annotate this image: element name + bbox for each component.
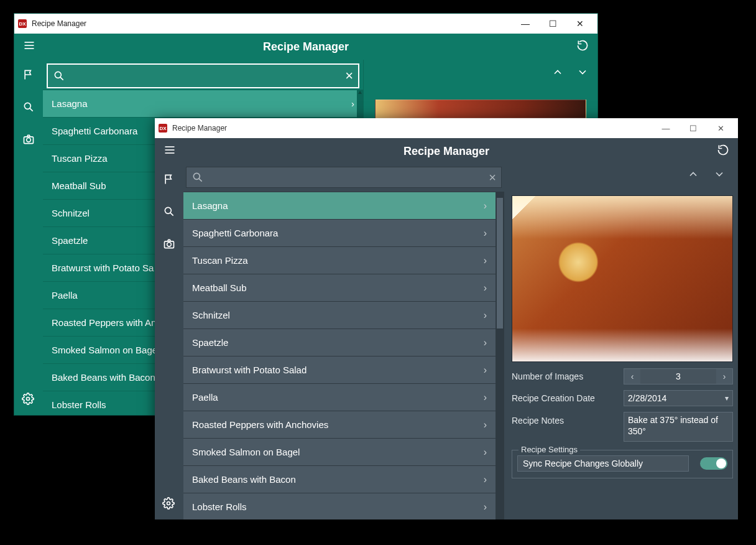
gear-icon[interactable] xyxy=(22,393,34,408)
chevron-right-icon: › xyxy=(351,98,354,109)
clear-icon[interactable]: × xyxy=(489,170,496,185)
close-button[interactable]: ✕ xyxy=(707,124,734,133)
list-item[interactable]: Paella› xyxy=(183,383,496,411)
sync-toggle[interactable] xyxy=(700,457,727,470)
scrollbar-thumb[interactable] xyxy=(497,198,503,328)
spinner-increment[interactable]: › xyxy=(716,369,732,384)
refresh-icon[interactable] xyxy=(576,39,589,54)
chevron-right-icon: › xyxy=(484,200,487,212)
menu-icon[interactable] xyxy=(164,144,176,159)
maximize-button[interactable]: ☐ xyxy=(680,124,707,133)
search-icon[interactable] xyxy=(22,101,35,116)
chevron-down-icon: ▾ xyxy=(725,394,729,403)
list-item-label: Baked Beans with Bacon xyxy=(192,474,296,485)
window-dark: DX Recipe Manager — ☐ ✕ Recipe Manager × xyxy=(155,118,738,519)
notes-textarea[interactable]: Bake at 375° instead of 350° xyxy=(624,412,733,442)
num-images-value: 3 xyxy=(640,371,716,381)
list-item[interactable]: Bratwurst with Potato Salad› xyxy=(183,356,496,383)
creation-date-picker[interactable]: 2/28/2014 ▾ xyxy=(624,390,733,406)
camera-icon[interactable] xyxy=(163,238,175,253)
app-title: Recipe Manager xyxy=(35,40,576,54)
list-item-label: Lobster Rolls xyxy=(192,501,247,512)
camera-icon[interactable] xyxy=(22,133,35,148)
chevron-up-icon[interactable] xyxy=(551,66,564,81)
recipe-list[interactable]: Lasagna› Spaghetti Carbonara› Tuscan Piz… xyxy=(183,192,504,519)
close-button[interactable]: ✕ xyxy=(566,19,594,29)
list-item[interactable]: Spaetzle› xyxy=(183,328,496,356)
list-item[interactable]: Lasagna› xyxy=(43,90,363,117)
menu-icon[interactable] xyxy=(23,39,35,54)
flag-icon[interactable] xyxy=(163,173,175,188)
search-input[interactable] xyxy=(209,172,489,182)
list-item-label: Smoked Salmon on Bagel xyxy=(192,447,300,457)
app-title: Recipe Manager xyxy=(176,145,717,158)
titlebar: DX Recipe Manager — ☐ ✕ xyxy=(14,14,597,34)
chevron-right-icon: › xyxy=(484,419,487,431)
chevron-right-icon: › xyxy=(484,255,487,266)
flag-icon[interactable] xyxy=(22,68,35,83)
chevron-up-icon[interactable] xyxy=(687,168,699,183)
minimize-button[interactable]: — xyxy=(512,19,539,29)
list-item-label: Baked Beans with Bacon xyxy=(52,372,155,383)
list-item-label: Roasted Peppers with Anchovies xyxy=(192,419,328,430)
search-box[interactable]: × xyxy=(186,167,502,188)
chevron-right-icon: › xyxy=(484,337,487,348)
list-item[interactable]: Meatball Sub› xyxy=(183,274,496,301)
list-item-label: Meatball Sub xyxy=(52,180,106,191)
search-box[interactable]: × xyxy=(47,63,359,88)
sync-label-box: Sync Recipe Changes Globally xyxy=(517,455,689,472)
recipe-form: Number of Images ‹ 3 › Recipe Creation D… xyxy=(512,368,733,478)
scrollbar[interactable] xyxy=(496,192,504,519)
search-input[interactable] xyxy=(70,71,345,82)
list-item[interactable]: Roasted Peppers with Anchovies› xyxy=(183,411,496,438)
list-item-label: Lasagna xyxy=(52,98,88,109)
recipe-image xyxy=(512,195,733,362)
refresh-icon[interactable] xyxy=(717,144,729,159)
nav-arrows xyxy=(687,168,726,183)
app-header: Recipe Manager xyxy=(155,138,738,164)
maximize-button[interactable]: ☐ xyxy=(539,19,566,29)
creation-date-label: Recipe Creation Date xyxy=(512,393,624,403)
chevron-right-icon: › xyxy=(484,310,487,321)
titlebar: DX Recipe Manager — ☐ ✕ xyxy=(155,118,738,138)
list-item-label: Schnitzel xyxy=(52,208,90,218)
chevron-down-icon[interactable] xyxy=(713,168,726,183)
chevron-right-icon: › xyxy=(484,282,487,294)
list-item[interactable]: Lobster Rolls› xyxy=(183,493,496,519)
nav-arrows xyxy=(551,66,589,81)
list-item-label: Spaghetti Carbonara xyxy=(52,126,137,136)
svg-point-9 xyxy=(27,398,30,401)
notes-label: Recipe Notes xyxy=(512,412,624,426)
list-item-label: Lobster Rolls xyxy=(52,399,106,410)
chevron-right-icon: › xyxy=(484,365,487,376)
svg-line-18 xyxy=(199,179,202,182)
list-item[interactable]: Baked Beans with Bacon› xyxy=(183,465,496,493)
creation-date-value: 2/28/2014 xyxy=(628,393,666,403)
app-icon: DX xyxy=(159,124,167,133)
chevron-down-icon[interactable] xyxy=(576,66,589,81)
svg-point-17 xyxy=(193,173,200,179)
list-item-label: Schnitzel xyxy=(192,310,230,320)
list-item-label: Meatball Sub xyxy=(192,282,247,293)
svg-point-19 xyxy=(167,502,170,505)
clear-icon[interactable]: × xyxy=(345,68,353,84)
list-item[interactable]: Tuscan Pizza› xyxy=(183,246,496,274)
settings-legend: Recipe Settings xyxy=(519,445,580,454)
spinner-decrement[interactable]: ‹ xyxy=(624,369,640,384)
svg-line-8 xyxy=(60,77,63,80)
search-icon[interactable] xyxy=(163,205,175,220)
side-rail xyxy=(14,60,43,415)
list-item[interactable]: Schnitzel› xyxy=(183,301,496,328)
list-item-label: Tuscan Pizza xyxy=(192,255,247,266)
list-item-label: Lasagna xyxy=(192,200,228,211)
list-item-label: Bratwurst with Potato Salad xyxy=(192,365,307,375)
list-item[interactable]: Smoked Salmon on Bagel› xyxy=(183,438,496,465)
list-item[interactable]: Spaghetti Carbonara› xyxy=(183,219,496,246)
svg-point-6 xyxy=(27,138,31,142)
gear-icon[interactable] xyxy=(162,497,175,512)
list-item-label: Roasted Peppers with An xyxy=(52,317,156,328)
num-images-spinner[interactable]: ‹ 3 › xyxy=(624,368,733,384)
list-item[interactable]: Lasagna› xyxy=(183,192,496,219)
list-item-label: Bratwurst with Potato Sa xyxy=(52,263,154,273)
minimize-button[interactable]: — xyxy=(652,124,680,133)
